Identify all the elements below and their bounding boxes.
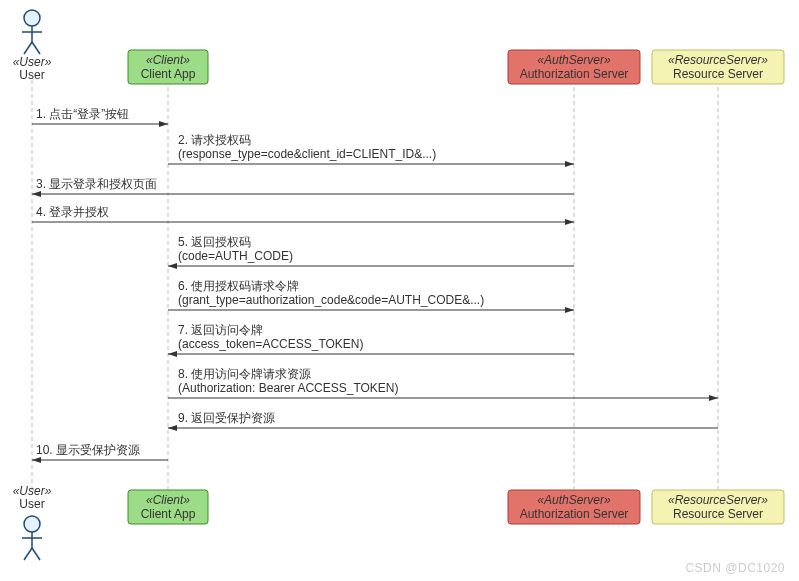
svg-line-36: [24, 548, 32, 560]
participant-client-top: «Client» Client App: [128, 50, 208, 84]
user-top-stereo: «User»: [13, 55, 52, 69]
participant-client-bottom: «Client» Client App: [128, 490, 208, 524]
message-4: 4. 登录并授权: [32, 205, 574, 222]
svg-line-3: [24, 42, 32, 54]
participant-resource-top: «ResourceServer» Resource Server: [652, 50, 784, 84]
svg-text:8. 使用访问令牌请求资源: 8. 使用访问令牌请求资源: [178, 367, 311, 381]
resource-top-name: Resource Server: [673, 67, 763, 81]
watermark: CSDN @DC1020: [685, 561, 785, 575]
svg-point-33: [24, 516, 40, 532]
participant-auth-top: «AuthServer» Authorization Server: [508, 50, 640, 84]
svg-text:2. 请求授权码: 2. 请求授权码: [178, 133, 251, 147]
resource-top-stereo: «ResourceServer»: [668, 53, 768, 67]
message-1: 1. 点击“登录”按钮: [32, 107, 168, 124]
message-10: 10. 显示受保护资源: [32, 443, 168, 460]
svg-text:7. 返回访问令牌: 7. 返回访问令牌: [178, 323, 263, 337]
svg-point-0: [24, 10, 40, 26]
message-9: 9. 返回受保护资源: [168, 411, 718, 428]
message-8: 8. 使用访问令牌请求资源 (Authorization: Bearer ACC…: [168, 367, 718, 398]
participant-user-bottom: «User» User: [13, 484, 52, 560]
svg-line-4: [32, 42, 40, 54]
user-bottom-name: User: [19, 497, 44, 511]
svg-text:(Authorization: Bearer ACCESS_: (Authorization: Bearer ACCESS_TOKEN): [178, 381, 399, 395]
message-3: 3. 显示登录和授权页面: [32, 177, 574, 194]
svg-text:(grant_type=authorization_code: (grant_type=authorization_code&code=AUTH…: [178, 293, 484, 307]
svg-text:(access_token=ACCESS_TOKEN): (access_token=ACCESS_TOKEN): [178, 337, 364, 351]
auth-top-name: Authorization Server: [520, 67, 629, 81]
svg-text:1. 点击“登录”按钮: 1. 点击“登录”按钮: [36, 107, 129, 121]
svg-text:(code=AUTH_CODE): (code=AUTH_CODE): [178, 249, 293, 263]
svg-text:9. 返回受保护资源: 9. 返回受保护资源: [178, 411, 275, 425]
auth-bottom-stereo: «AuthServer»: [537, 493, 611, 507]
svg-line-37: [32, 548, 40, 560]
message-7: 7. 返回访问令牌 (access_token=ACCESS_TOKEN): [168, 323, 574, 354]
client-top-stereo: «Client»: [146, 53, 190, 67]
message-5: 5. 返回授权码 (code=AUTH_CODE): [168, 235, 574, 266]
svg-text:(response_type=code&client_id=: (response_type=code&client_id=CLIENT_ID&…: [178, 147, 436, 161]
user-top-name: User: [19, 68, 44, 82]
user-bottom-stereo: «User»: [13, 484, 52, 498]
client-top-name: Client App: [141, 67, 196, 81]
svg-text:10. 显示受保护资源: 10. 显示受保护资源: [36, 443, 140, 457]
svg-text:5. 返回授权码: 5. 返回授权码: [178, 235, 251, 249]
svg-text:6. 使用授权码请求令牌: 6. 使用授权码请求令牌: [178, 279, 299, 293]
auth-top-stereo: «AuthServer»: [537, 53, 611, 67]
auth-bottom-name: Authorization Server: [520, 507, 629, 521]
participant-user-top: «User» User: [13, 10, 52, 82]
resource-bottom-stereo: «ResourceServer»: [668, 493, 768, 507]
client-bottom-name: Client App: [141, 507, 196, 521]
resource-bottom-name: Resource Server: [673, 507, 763, 521]
participant-auth-bottom: «AuthServer» Authorization Server: [508, 490, 640, 524]
participant-resource-bottom: «ResourceServer» Resource Server: [652, 490, 784, 524]
svg-text:4. 登录并授权: 4. 登录并授权: [36, 205, 109, 219]
message-2: 2. 请求授权码 (response_type=code&client_id=C…: [168, 133, 574, 164]
svg-text:3. 显示登录和授权页面: 3. 显示登录和授权页面: [36, 177, 157, 191]
client-bottom-stereo: «Client»: [146, 493, 190, 507]
message-6: 6. 使用授权码请求令牌 (grant_type=authorization_c…: [168, 279, 574, 310]
